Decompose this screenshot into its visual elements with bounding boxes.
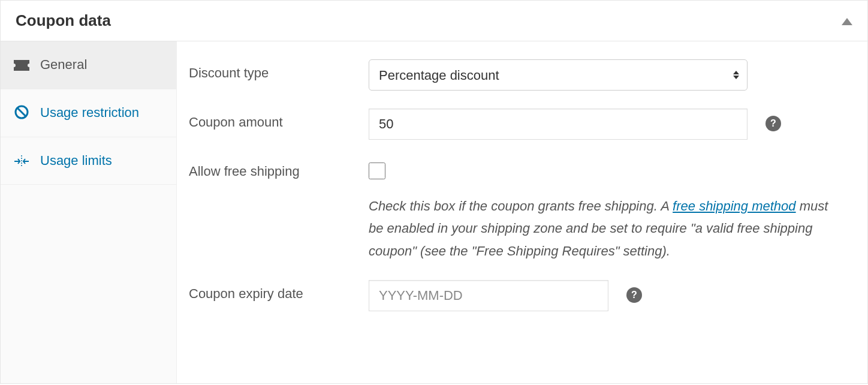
collapse-toggle[interactable] xyxy=(842,13,852,29)
help-icon[interactable]: ? xyxy=(626,287,642,303)
sidebar-item-usage-limits[interactable]: Usage limits xyxy=(1,137,176,185)
expiry-date-input[interactable] xyxy=(369,280,608,311)
svg-line-2 xyxy=(17,108,26,116)
free-shipping-checkbox[interactable] xyxy=(369,163,385,179)
sidebar-item-general[interactable]: General xyxy=(1,41,176,89)
coupon-amount-input[interactable] xyxy=(369,109,748,140)
free-shipping-description: Check this box if the coupon grants free… xyxy=(369,195,842,262)
sidebar: General Usage restriction xyxy=(1,41,177,383)
row-free-shipping: Allow free shipping Check this box if th… xyxy=(189,158,849,262)
row-discount-type: Discount type Percentage discount xyxy=(189,59,849,91)
sidebar-item-usage-restriction[interactable]: Usage restriction xyxy=(1,89,176,137)
label-discount-type: Discount type xyxy=(189,59,369,81)
panel-title: Coupon data xyxy=(16,11,111,30)
label-free-shipping: Allow free shipping xyxy=(189,158,369,179)
sidebar-item-label: General xyxy=(40,56,87,74)
label-coupon-amount: Coupon amount xyxy=(189,109,369,130)
panel-header: Coupon data xyxy=(1,1,867,41)
svg-marker-0 xyxy=(842,18,852,25)
coupon-data-panel: Coupon data General xyxy=(0,0,868,384)
sidebar-item-label: Usage restriction xyxy=(40,104,139,122)
panel-body: General Usage restriction xyxy=(1,41,867,383)
discount-type-select[interactable]: Percentage discount xyxy=(369,59,748,91)
chevron-up-icon xyxy=(842,18,852,25)
no-entry-icon xyxy=(13,105,31,119)
row-expiry-date: Coupon expiry date ? xyxy=(189,280,849,311)
help-icon[interactable]: ? xyxy=(765,116,781,131)
sidebar-item-label: Usage limits xyxy=(40,152,112,170)
contract-icon xyxy=(13,155,31,167)
content-area: Discount type Percentage discount Coupon xyxy=(177,41,867,383)
free-shipping-method-link[interactable]: free shipping method xyxy=(673,198,795,213)
ticket-icon xyxy=(13,60,31,71)
label-expiry-date: Coupon expiry date xyxy=(189,280,369,302)
row-coupon-amount: Coupon amount ? xyxy=(189,109,849,140)
